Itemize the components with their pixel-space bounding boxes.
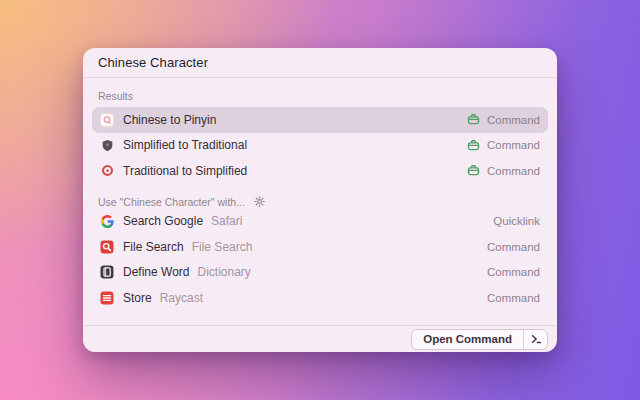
gear-icon[interactable] xyxy=(254,196,265,207)
list-item-simplified-to-traditional[interactable]: Simplified to Traditional Command xyxy=(92,133,548,159)
item-type-badge: Command xyxy=(487,165,540,177)
item-title: Define Word xyxy=(123,265,189,279)
results-list: Results Chinese to Pinyin Command xyxy=(83,89,557,311)
item-title: Simplified to Traditional xyxy=(123,138,247,152)
action-bar: Open Command xyxy=(83,325,557,352)
results-section-label: Results xyxy=(98,89,542,103)
search-input[interactable]: Chinese Character xyxy=(98,55,208,70)
search-bar[interactable]: Chinese Character xyxy=(83,48,557,78)
item-type-badge: Command xyxy=(487,139,540,151)
command-briefcase-icon xyxy=(467,113,480,126)
item-title: Traditional to Simplified xyxy=(123,164,247,178)
desktop-background: Chinese Character Results Chinese to Pin… xyxy=(0,0,640,400)
list-item-store[interactable]: Store Raycast Command xyxy=(92,285,548,311)
item-type-badge: Command xyxy=(487,292,540,304)
item-title: Search Google xyxy=(123,214,203,228)
item-subtitle: Raycast xyxy=(160,291,203,305)
item-subtitle: Safari xyxy=(211,214,242,228)
item-subtitle: File Search xyxy=(192,240,253,254)
open-command-button[interactable]: Open Command xyxy=(411,329,548,350)
list-item-define-word[interactable]: Define Word Dictionary Command xyxy=(92,260,548,286)
list-item-file-search[interactable]: File Search File Search Command xyxy=(92,234,548,260)
raycast-launcher-window: Chinese Character Results Chinese to Pin… xyxy=(83,48,557,352)
item-title: Store xyxy=(123,291,152,305)
item-title: File Search xyxy=(123,240,184,254)
use-with-section-label: Use "Chinese Character" with... xyxy=(98,195,542,209)
terminal-prompt-icon xyxy=(523,330,547,349)
dictionary-icon xyxy=(100,265,114,279)
item-type-badge: Command xyxy=(487,241,540,253)
pinyin-icon xyxy=(100,113,114,127)
item-type-badge: Command xyxy=(487,266,540,278)
item-type-badge: Command xyxy=(487,114,540,126)
list-item-chinese-to-pinyin[interactable]: Chinese to Pinyin Command xyxy=(92,107,548,133)
item-type-badge: Quicklink xyxy=(493,215,540,227)
store-icon xyxy=(100,291,114,305)
shield-icon xyxy=(100,138,114,152)
item-subtitle: Dictionary xyxy=(197,265,250,279)
open-command-label: Open Command xyxy=(412,330,523,349)
command-briefcase-icon xyxy=(467,164,480,177)
target-icon xyxy=(100,164,114,178)
google-icon xyxy=(100,214,114,228)
file-search-icon xyxy=(100,240,114,254)
command-briefcase-icon xyxy=(467,139,480,152)
list-item-search-google[interactable]: Search Google Safari Quicklink xyxy=(92,209,548,235)
list-item-traditional-to-simplified[interactable]: Traditional to Simplified Command xyxy=(92,158,548,184)
item-title: Chinese to Pinyin xyxy=(123,113,216,127)
